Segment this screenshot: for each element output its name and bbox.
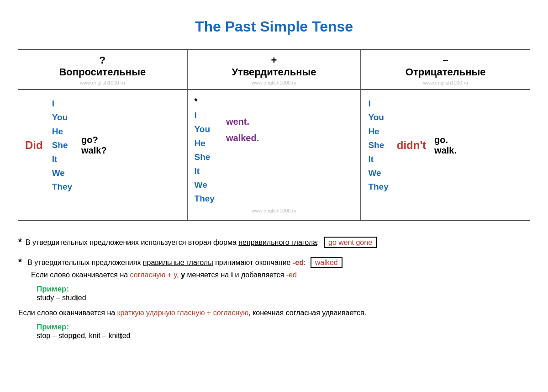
- grammar-table: ? Вопросительные www.english1000.ru + Ут…: [18, 49, 530, 221]
- example-2-block: Пример: stop – stopped, knit – knitted: [37, 323, 530, 340]
- neg-verb-go: go.: [434, 135, 457, 145]
- negative-content: I You He She It We They didn't go. walk.: [368, 97, 523, 194]
- pronoun-a-she: She: [195, 150, 215, 164]
- example-1-block: Пример: study – studied: [37, 285, 530, 302]
- notes-section: * В утвердительных предложениях использу…: [18, 235, 530, 340]
- neg-verb-walk: walk.: [434, 145, 457, 156]
- note-2-line2: Если слово оканчивается на согласную + y…: [31, 271, 530, 279]
- question-symbol: ?: [25, 54, 180, 66]
- header-question: ? Вопросительные www.english1000.ru: [18, 49, 187, 90]
- short-vowel-link: краткую ударную гласную + согласную: [117, 309, 249, 317]
- ed-suffix: -ed: [293, 259, 304, 266]
- irregular-verb-link: неправильного глагола: [238, 238, 317, 246]
- neg-pronouns: I You He She It We They: [368, 97, 388, 194]
- pronoun-n-we: We: [368, 166, 388, 180]
- example-2-label: Пример:: [37, 323, 530, 332]
- pronoun-n-it: It: [368, 153, 388, 166]
- regular-verb-link: правильные глаголы: [143, 259, 213, 266]
- pronoun-q-they: They: [52, 180, 72, 194]
- pronoun-a-i: I: [195, 109, 215, 122]
- pronoun-n-they: They: [368, 180, 388, 194]
- star-1: *: [18, 235, 22, 249]
- aff-verb-walked: walked.: [226, 130, 259, 146]
- negative-label: Отрицательные: [406, 66, 486, 78]
- question-verbs: go? walk?: [81, 135, 107, 156]
- y-letter: y: [181, 271, 185, 279]
- i-letter: i: [231, 271, 233, 279]
- negative-cell: I You He She It We They didn't go. walk.: [361, 90, 530, 221]
- question-cell: Did I You He She It We They go? walk?: [18, 90, 187, 221]
- pronoun-q-i: I: [52, 97, 72, 111]
- question-pronouns: I You He She It We They: [52, 97, 72, 194]
- note-2-line1: * В утвердительных предложениях правильн…: [18, 257, 530, 267]
- pronoun-n-he: He: [368, 125, 388, 138]
- pronoun-n-she: She: [368, 138, 388, 152]
- pronoun-a-you: You: [195, 122, 215, 136]
- walked-box: walked: [311, 257, 342, 268]
- q-verb-go: go?: [81, 135, 107, 145]
- aff-verb-went: went.: [226, 113, 259, 130]
- pronoun-q-it: It: [52, 153, 72, 166]
- consonant-y-link: согласную + y: [130, 271, 177, 279]
- pronoun-n-you: You: [368, 111, 388, 124]
- header-affirmative: + Утвердительные www.english1000.ru: [187, 49, 361, 90]
- aff-verbs: went. walked.: [226, 109, 259, 146]
- watermark-aff: www.english1000.ru: [195, 208, 354, 213]
- pronoun-a-we: We: [195, 178, 215, 192]
- note-1-text: В утвердительных предложениях использует…: [26, 237, 530, 248]
- i-underlined: i: [76, 294, 78, 302]
- example-1-label: Пример:: [37, 285, 530, 294]
- pronoun-q-he: He: [52, 125, 72, 138]
- didnt-aux: didn't: [397, 139, 426, 152]
- did-aux: Did: [25, 139, 43, 152]
- pronoun-a-it: It: [195, 164, 215, 178]
- knit-t: t: [120, 332, 122, 339]
- aff-pronouns: I You He She It We They: [195, 109, 215, 206]
- extra-note-line: Если слово оканчивается на краткую ударн…: [18, 309, 530, 317]
- neg-verbs: go. walk.: [434, 135, 457, 156]
- q-verb-walk: walk?: [81, 145, 107, 156]
- irregular-example-box: go went gone: [324, 237, 377, 248]
- pronoun-a-he: He: [195, 137, 215, 150]
- pronoun-q-we: We: [52, 166, 72, 180]
- asterisk-mark: *: [195, 97, 354, 106]
- pronoun-q-she: She: [52, 138, 72, 152]
- header-negative: – Отрицательные www.english1000.ru: [361, 49, 530, 90]
- watermark-3: www.english1000.ru: [368, 80, 523, 85]
- affirmative-cell: * I You He She It We They went. walked.: [187, 90, 361, 221]
- page-title: The Past Simple Tense: [18, 18, 530, 35]
- example-2-content: stop – stopped, knit – knitted: [37, 332, 530, 340]
- affirmative-label: Утвердительные: [232, 66, 316, 78]
- pronoun-a-they: They: [195, 192, 215, 206]
- stop-p: p: [72, 332, 77, 339]
- affirmative-content: I You He She It We They went. walked.: [195, 109, 354, 206]
- question-label: Вопросительные: [59, 66, 146, 78]
- star-2: *: [18, 257, 22, 267]
- watermark-1: www.english1000.ru: [25, 80, 180, 85]
- note-2-text: В утвердительных предложениях правильные…: [27, 259, 342, 266]
- example-1-content: study – studied: [37, 294, 530, 302]
- pronoun-n-i: I: [368, 97, 388, 111]
- question-content: Did I You He She It We They go? walk?: [25, 97, 180, 194]
- affirmative-symbol: +: [195, 54, 354, 66]
- note-1: * В утвердительных предложениях использу…: [18, 235, 530, 249]
- pronoun-q-you: You: [52, 111, 72, 124]
- ed-suffix-2: -ed: [286, 271, 297, 279]
- watermark-2: www.english1000.ru: [195, 80, 354, 85]
- negative-symbol: –: [368, 54, 523, 66]
